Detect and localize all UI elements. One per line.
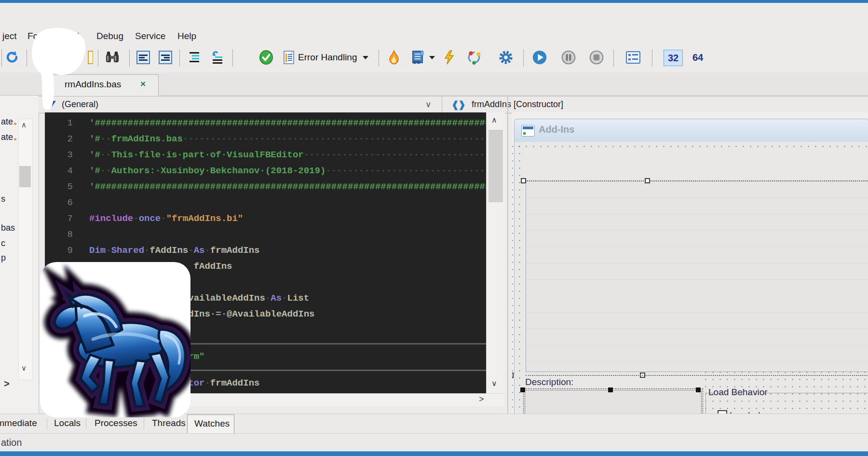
error-doc-icon[interactable] [282, 50, 297, 65]
code-brackets-icon: ❰❱ [451, 99, 465, 110]
code-line[interactable]: 5'######################################… [45, 179, 486, 195]
selection-handle[interactable] [645, 178, 650, 183]
modified-dot-icon [14, 123, 16, 125]
designed-form-body[interactable]: Description: Load Behavior Loaded Load O… [514, 142, 868, 414]
error-handling-dropdown-caret[interactable] [363, 56, 368, 59]
tree-item[interactable]: s [1, 194, 5, 204]
editor-scrollbar-thumb[interactable] [488, 130, 503, 202]
error-handling-label[interactable]: Error Handling [298, 52, 357, 63]
code-line[interactable]: 6 [45, 195, 486, 211]
script-dropdown-caret[interactable] [429, 56, 435, 59]
visualfbeditor-window: ject Form Build Debug Service Help [0, 0, 868, 456]
tab-immediate[interactable]: Immediate [0, 418, 37, 428]
toolbar: Error Handling [0, 46, 868, 70]
menu-item-service[interactable]: Service [135, 31, 165, 41]
gear-icon[interactable] [499, 50, 513, 65]
project-tree-panel[interactable]: ate ate s bas c p ∧ ∨ > [0, 96, 39, 414]
build-run-icon[interactable] [467, 50, 481, 65]
find-icon[interactable] [105, 50, 120, 65]
line-number: 8 [45, 227, 89, 243]
selection-handle-filled[interactable] [520, 387, 525, 392]
code-line[interactable]: 8 [45, 227, 486, 243]
tree-vertical-scrollbar[interactable] [18, 119, 33, 380]
designed-form-title: Add-Ins [539, 124, 574, 135]
selection-handle-filled[interactable] [608, 387, 613, 392]
line-number: 1 [45, 115, 89, 131]
flame-icon[interactable] [387, 50, 401, 65]
tab-locals[interactable]: Locals [54, 418, 81, 428]
selection-handle[interactable] [512, 373, 514, 378]
line-number: 6 [45, 195, 89, 211]
menu-item-help[interactable]: Help [177, 31, 196, 41]
toolbar-separator [652, 49, 652, 67]
addins-listview-control[interactable] [526, 180, 868, 372]
groupbox-border [763, 393, 868, 393]
line-number: 5 [45, 179, 89, 195]
designed-form-titlebar[interactable]: Add-Ins [514, 119, 868, 142]
scroll-right-icon[interactable]: > [4, 378, 10, 389]
tab-watches[interactable]: Watches [187, 415, 234, 434]
code-line[interactable]: 9Dim·Shared·fAddIns·As·frmAddIns [45, 243, 486, 259]
grid-dots [515, 143, 868, 151]
syntax-check-icon[interactable] [259, 50, 273, 65]
scroll-down-icon[interactable]: ∨ [491, 379, 497, 388]
selection-handle-filled[interactable] [696, 387, 701, 392]
toolbar-separator [179, 49, 180, 67]
align-right-icon[interactable] [158, 50, 173, 65]
load-behavior-groupbox-label[interactable]: Load Behavior [708, 387, 768, 398]
loaded-checkbox[interactable] [718, 410, 727, 414]
scroll-down-icon[interactable]: ∨ [21, 364, 27, 373]
scroll-up-icon[interactable]: ∧ [21, 121, 27, 129]
form-designer-canvas[interactable]: Add-Ins Description: Load Behavior Load [512, 112, 868, 414]
compile-32bit-toggle[interactable]: 32 [664, 50, 683, 66]
redo-icon[interactable] [5, 50, 19, 65]
tab-threads[interactable]: Threads [152, 418, 186, 428]
chevron-down-icon[interactable]: ∨ [425, 99, 431, 110]
tree-scrollbar-thumb[interactable] [19, 166, 31, 187]
code-line[interactable]: 3'#··This·file·is·part·of·VisualFBEditor… [45, 147, 486, 163]
tree-item[interactable]: p [1, 253, 6, 263]
toolbar-separator [232, 49, 233, 67]
top-accent-bar [0, 0, 868, 3]
toolbar-separator [379, 49, 379, 67]
tree-item[interactable]: c [1, 238, 5, 249]
code-line[interactable]: 1'######################################… [45, 115, 486, 131]
tab-separator [86, 418, 86, 429]
editor-vertical-scrollbar[interactable]: ∧ ∨ [486, 112, 505, 393]
code-line[interactable]: 2'#··frmAddIns.bas······················… [45, 131, 486, 147]
status-bar: ation [0, 433, 868, 452]
description-label[interactable]: Description: [525, 377, 573, 387]
toolbar-separator [27, 49, 27, 67]
toolbar-separator [523, 49, 524, 67]
tree-item[interactable]: ate [1, 117, 13, 127]
tree-item[interactable]: ate [1, 132, 13, 142]
script-icon[interactable] [411, 50, 425, 65]
line-number: 7 [45, 211, 89, 227]
menu-item-project[interactable]: ject [2, 31, 17, 41]
code-line[interactable]: 4'#··Authors:·Xusinboy·Bekchanov·(2018-2… [45, 163, 486, 179]
scroll-right-icon[interactable]: > [479, 394, 484, 404]
pause-icon[interactable] [561, 50, 576, 65]
loaded-checkbox-label[interactable]: Loaded [730, 410, 760, 414]
indent-icon[interactable] [187, 50, 202, 65]
menu-item-debug[interactable]: Debug [96, 31, 123, 41]
pane-splitter[interactable] [507, 96, 508, 414]
tree-item[interactable]: bas [1, 223, 15, 233]
scroll-up-icon[interactable]: ∧ [491, 115, 497, 124]
lightning-icon[interactable] [442, 50, 456, 65]
code-line[interactable]: 7#include·once·"frmAddIns.bi" [45, 211, 486, 227]
report-icon[interactable] [626, 50, 640, 65]
selection-handle[interactable] [521, 178, 526, 183]
run-icon[interactable] [532, 50, 547, 65]
tab-watches-label: Watches [194, 418, 230, 429]
align-left-icon[interactable] [136, 50, 150, 65]
description-textbox-control[interactable] [525, 390, 702, 414]
stop-icon[interactable] [589, 50, 604, 65]
outdent-icon[interactable] [210, 50, 225, 65]
tab-processes[interactable]: Processes [95, 418, 137, 428]
member-combo-value: frmAddIns [Constructor] [472, 99, 563, 110]
compile-64bit-toggle[interactable]: 64 [692, 50, 703, 65]
tab-separator [144, 418, 144, 429]
tab-close-icon[interactable]: × [140, 79, 146, 89]
selection-ants-line [526, 375, 868, 376]
